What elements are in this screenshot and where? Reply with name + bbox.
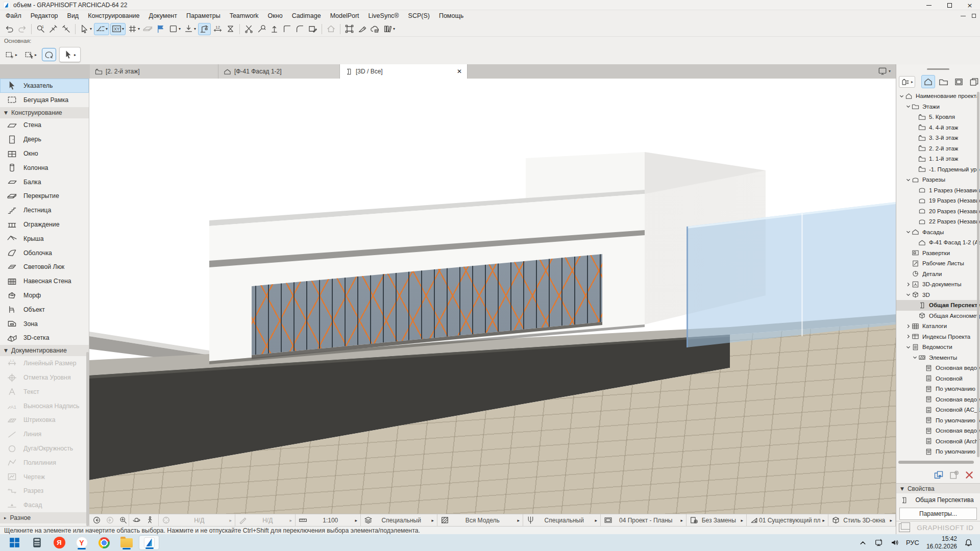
tree-item-общая-перспектив[interactable]: Общая Перспектив	[896, 300, 980, 311]
viewport-3d[interactable]	[89, 79, 896, 514]
minimize-button[interactable]	[919, 0, 939, 10]
tree-item-индексы-проекта[interactable]: Индексы Проекта	[896, 332, 980, 342]
yandex-app[interactable]: Я	[49, 535, 69, 550]
tree-item-3d-документы[interactable]: 3D-документы	[896, 279, 980, 290]
pickup-parameters-icon[interactable]	[47, 23, 59, 35]
tree-item-1-1-й-этаж[interactable]: 1. 1-й этаж	[896, 154, 980, 164]
qb-label[interactable]: 1:100	[308, 517, 353, 524]
layer-combination[interactable]: Специальный▸	[361, 514, 437, 526]
archicad-app[interactable]	[139, 535, 159, 550]
tree-item-основная-ведомо[interactable]: Основная ведомо	[896, 425, 980, 436]
tab--2-2-й-этаж-[interactable]: [2. 2-й этаж]	[90, 64, 218, 79]
tree-vertical-scrollbar[interactable]	[977, 92, 979, 457]
tree-item-развертки[interactable]: Развертки	[896, 248, 980, 259]
auto-dimension-icon[interactable]: 12	[212, 23, 224, 35]
coordinates-icon[interactable]: XY▾	[110, 23, 126, 35]
drawing-quality[interactable]: Н/Д▸	[235, 514, 296, 526]
panel-drag-handle[interactable]	[927, 68, 949, 70]
inject-parameters-icon[interactable]	[60, 23, 72, 35]
tree-item-рабочие-листы[interactable]: Рабочие Листы	[896, 258, 980, 269]
doc-restore-icon[interactable]	[972, 14, 976, 18]
expander-icon[interactable]	[905, 334, 912, 339]
tool-wall[interactable]: Стена	[0, 118, 89, 133]
arrow-tool-icon[interactable]: ▾	[79, 23, 93, 35]
qb-label[interactable]: 01 Существующий пл...	[759, 517, 820, 524]
tool-beam[interactable]: Балка	[0, 175, 89, 189]
tool-stair[interactable]: Лестница	[0, 203, 89, 217]
tool-door[interactable]: Дверь	[0, 132, 89, 146]
organizer-icon[interactable]	[934, 470, 944, 480]
redo-icon[interactable]	[16, 23, 28, 35]
pen-set[interactable]: Специальный▸	[523, 514, 601, 526]
menu-teamwork[interactable]: Teamwork	[225, 10, 263, 21]
view-back-icon[interactable]	[92, 516, 102, 525]
qb-label[interactable]: 04 Проект - Планы	[613, 517, 678, 524]
style-3d-window[interactable]: Стиль 3D-окна▸	[828, 514, 896, 526]
tool-curtainwall[interactable]: Навесная Стена	[0, 274, 89, 288]
tool-railing[interactable]: Ограждение	[0, 217, 89, 232]
qb-label[interactable]: Н/Д	[248, 517, 287, 524]
tree-item-детали[interactable]: Детали	[896, 269, 980, 280]
tool-arctool[interactable]: Дуга/Окружность	[0, 441, 89, 456]
tree-item-основной[interactable]: Основной	[896, 373, 980, 384]
magic-wand-icon[interactable]	[256, 23, 267, 35]
tab-close-icon[interactable]: ✕	[426, 68, 462, 75]
clock[interactable]: 15:42 16.02.2026	[926, 535, 957, 550]
qb-label[interactable]: Специальный	[535, 517, 593, 524]
tab--3d-все-[interactable]: [3D / Все]✕	[340, 64, 468, 79]
marquee-options-icon[interactable]: ▾	[167, 23, 182, 35]
menu-редактор[interactable]: Редактор	[26, 10, 63, 21]
tree-item-2-2-й-этаж[interactable]: 2. 2-й этаж	[896, 143, 980, 154]
close-button[interactable]: ×	[960, 0, 980, 10]
menu-cadimage[interactable]: Cadimage	[287, 10, 326, 21]
tab-overview-button[interactable]: ▾	[878, 66, 891, 76]
qb-label[interactable]: Стиль 3D-окна	[841, 517, 888, 524]
gravity-icon[interactable]: ▾	[183, 23, 197, 35]
expander-icon[interactable]	[905, 344, 912, 350]
relative-construction-icon[interactable]	[198, 23, 211, 35]
tree-item-элементы[interactable]: Элементы	[896, 353, 980, 363]
qb-label[interactable]: Н/Д	[171, 517, 227, 524]
expander-icon[interactable]	[912, 355, 918, 360]
tree-item-основной-archite[interactable]: Основной (ArchiTe	[896, 436, 980, 447]
bimcloud-icon[interactable]	[369, 23, 381, 35]
menu-параметры[interactable]: Параметры	[182, 10, 225, 21]
guide-lines-icon[interactable]: ▾	[94, 23, 109, 35]
yandex-browser-app[interactable]: Y	[71, 535, 92, 550]
qb-label[interactable]: Специальный	[373, 517, 429, 524]
rotate-view-button[interactable]	[42, 48, 56, 61]
tool-linetool[interactable]: Линия	[0, 427, 89, 441]
tool-window[interactable]: Окно	[0, 146, 89, 161]
tree-item-разрезы[interactable]: Разрезы	[896, 174, 980, 185]
menu-вид[interactable]: Вид	[63, 10, 84, 21]
zoom-preset[interactable]: Н/Д▸	[159, 514, 235, 526]
tool-roof[interactable]: Крыша	[0, 232, 89, 246]
notifications-icon[interactable]	[964, 538, 973, 547]
menu-помощь[interactable]: Помощь	[434, 10, 468, 21]
tree-item-наименование-проекта[interactable]: Наименование проекта	[896, 91, 980, 102]
nav-tab-project-map[interactable]	[921, 75, 935, 88]
library-manager-icon[interactable]: ▾	[382, 23, 396, 35]
language-indicator[interactable]: РУС	[906, 539, 919, 546]
project-chooser-button[interactable]: ▸	[899, 76, 915, 88]
menu-файл[interactable]: Файл	[1, 10, 26, 21]
explorer-app[interactable]	[116, 535, 137, 550]
expander-icon[interactable]	[905, 177, 912, 183]
tree-item-ведомости[interactable]: Ведомости	[896, 342, 980, 353]
tool-skylight[interactable]: Световой Люк	[0, 260, 89, 274]
nav-tab-layout-book[interactable]	[952, 75, 966, 88]
tree-item-1-разрез-независим[interactable]: 1 Разрез (Независим	[896, 185, 980, 196]
split-icon[interactable]	[243, 23, 255, 35]
tab--ф-41-фасад-1-2-[interactable]: [Ф-41 Фасад 1-2]	[218, 64, 340, 79]
tree-item--1-подземный-уров[interactable]: -1. Подземный уров	[896, 164, 980, 175]
tree-item-3-3-й-этаж[interactable]: 3. 3-й этаж	[896, 133, 980, 143]
close-panel-icon[interactable]	[964, 470, 974, 480]
nav-tab-publisher[interactable]	[967, 75, 980, 88]
tool-mesh[interactable]: 3D-сетка	[0, 331, 89, 345]
tree-item-5-кровля[interactable]: 5. Кровля	[896, 112, 980, 122]
tree-item-20-разрез-независи[interactable]: 20 Разрез (Независи	[896, 206, 980, 217]
tool-elevationtool[interactable]: Фасад	[0, 498, 89, 512]
tool-labeltool[interactable]: A1Выносная Надпись	[0, 399, 89, 413]
tool-objectt[interactable]: Объект	[0, 303, 89, 317]
tree-item-19-разрез-независи[interactable]: 19 Разрез (Независи	[896, 195, 980, 206]
